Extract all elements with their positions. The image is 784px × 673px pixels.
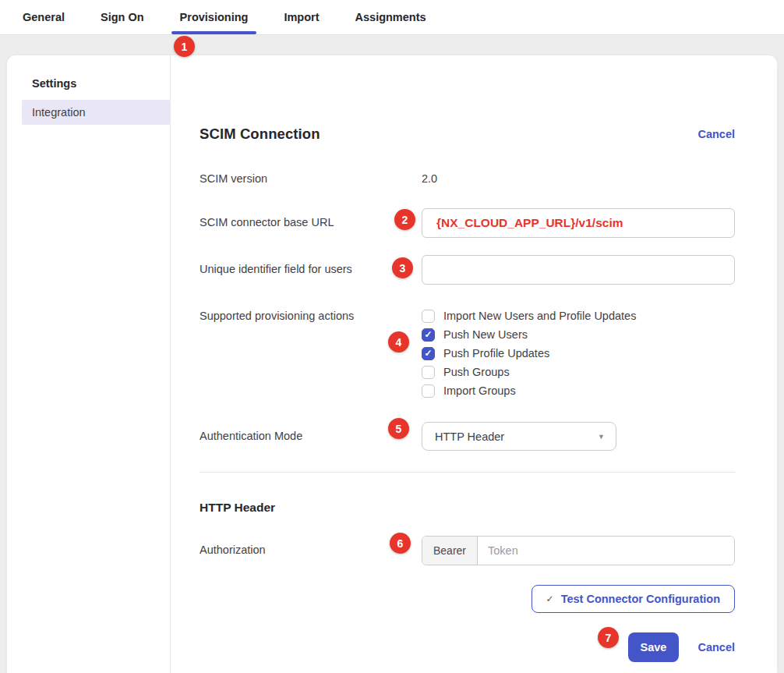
step-badge-7: 7 (598, 627, 619, 648)
authorization-label: Authorization (200, 536, 422, 556)
provisioning-actions-group: Import New Users and Profile Updates Pus… (422, 306, 735, 400)
checkbox-push-profile-updates[interactable]: Push Profile Updates (422, 344, 735, 363)
scim-version-label: SCIM version (200, 172, 422, 185)
tab-assignments[interactable]: Assignments (347, 0, 435, 34)
base-url-input[interactable] (422, 208, 735, 238)
step-badge-3: 3 (392, 257, 413, 278)
scim-version-value: 2.0 (422, 172, 735, 185)
sidebar-item-label: Integration (32, 106, 86, 119)
authentication-mode-select[interactable]: HTTP Header ▼ (422, 422, 616, 451)
scim-connection-form: SCIM Connection Cancel SCIM version 2.0 … (171, 55, 777, 673)
authentication-mode-value: HTTP Header (435, 430, 504, 443)
token-input[interactable] (478, 537, 734, 565)
checkbox-icon[interactable] (422, 347, 435, 360)
step-badge-5: 5 (388, 418, 409, 439)
checkbox-icon[interactable] (422, 366, 435, 379)
tab-general[interactable]: General (14, 0, 73, 34)
sidebar-header: Settings (7, 77, 170, 90)
provisioning-actions-label: Supported provisioning actions (200, 306, 422, 322)
unique-identifier-label: Unique identifier field for users (200, 255, 422, 275)
base-url-label: SCIM connector base URL (200, 208, 422, 228)
test-connector-configuration-button[interactable]: ✓ Test Connector Configuration (531, 585, 735, 613)
tab-sign-on[interactable]: Sign On (92, 0, 153, 34)
sidebar-item-integration[interactable]: Integration (22, 100, 170, 125)
checkbox-import-groups[interactable]: Import Groups (422, 381, 735, 400)
settings-sidebar: Settings Integration (7, 55, 171, 673)
app-tab-bar: General Sign On Provisioning Import Assi… (0, 0, 784, 35)
footer-cancel-link[interactable]: Cancel (697, 641, 735, 654)
header-cancel-link[interactable]: Cancel (697, 128, 735, 140)
tab-import[interactable]: Import (275, 0, 327, 34)
checkbox-push-groups[interactable]: Push Groups (422, 363, 735, 381)
checkbox-icon[interactable] (422, 310, 435, 323)
authorization-input-group: Bearer (422, 536, 735, 565)
chevron-down-icon: ▼ (598, 433, 605, 441)
section-divider (200, 472, 735, 473)
http-header-section-title: HTTP Header (200, 501, 735, 515)
checkbox-push-new-users[interactable]: Push New Users (422, 325, 735, 344)
bearer-prefix: Bearer (422, 537, 478, 565)
step-badge-6: 6 (390, 533, 411, 554)
step-badge-1: 1 (174, 36, 195, 57)
page-title: SCIM Connection (200, 126, 320, 143)
checkbox-import-new-users[interactable]: Import New Users and Profile Updates (422, 306, 735, 325)
tab-provisioning[interactable]: Provisioning (171, 0, 257, 34)
unique-identifier-input[interactable] (422, 255, 735, 285)
checkbox-icon[interactable] (422, 328, 435, 342)
step-badge-4: 4 (388, 331, 409, 352)
step-badge-2: 2 (394, 209, 415, 230)
save-button[interactable]: Save (628, 632, 680, 662)
check-icon: ✓ (546, 593, 554, 604)
provisioning-card: Settings Integration SCIM Connection Can… (6, 55, 778, 673)
checkbox-icon[interactable] (422, 384, 435, 398)
